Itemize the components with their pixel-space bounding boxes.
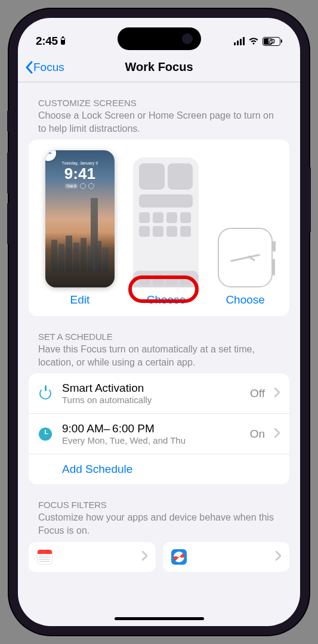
row-sub: Turns on automatically [62,395,240,405]
chevron-right-icon [142,551,147,563]
clock-icon [39,428,52,441]
chevron-right-icon [274,428,280,440]
customize-desc: Choose a Lock Screen or Home Screen page… [29,108,289,140]
watch-option: Choose [218,228,273,306]
customize-section: Customize Screens Choose a Lock Screen o… [29,98,289,316]
row-value: On [250,428,265,441]
customize-header: Customize Screens [29,98,289,108]
filters-header: Focus Filters [29,500,289,510]
safari-icon [171,549,187,565]
safari-filter-card[interactable] [163,542,290,572]
status-time: 2:45 [36,35,65,48]
lock-time: 9:41 [45,166,115,181]
row-sub: Every Mon, Tue, Wed, and Thu [62,435,240,445]
screen: 2:45 50 Focus Work Focus [18,18,300,626]
screens-card: − Tuesday, January 9 9:41 Tue 3 E [29,140,289,316]
side-button-silence [7,110,10,132]
side-button-power [308,167,311,233]
lock-screen-preview[interactable]: − Tuesday, January 9 9:41 Tue 3 [45,150,115,287]
schedule-card: Smart Activation Turns on automatically … [29,373,289,484]
schedule-header: Set a Schedule [29,332,289,342]
content-scroll[interactable]: Customize Screens Choose a Lock Screen o… [18,82,300,626]
filters-desc: Customize how your apps and device behav… [29,510,289,541]
add-schedule-row[interactable]: Add Schedule [29,454,289,484]
calendar-filter-card[interactable] [29,542,156,572]
lock-date: Tuesday, January 9 [45,161,115,165]
schedule-desc: Have this Focus turn on automatically at… [29,342,289,373]
back-button[interactable]: Focus [25,61,64,74]
signal-icon [234,37,245,45]
choose-watch-button[interactable]: Choose [226,293,265,306]
home-screen-preview[interactable] [133,157,199,287]
edit-lock-screen-button[interactable]: Edit [70,293,89,306]
side-button-volume-up [7,152,10,194]
battery-icon: 50 [263,37,282,46]
calendar-icon [37,549,53,565]
chevron-right-icon [274,388,280,400]
schedule-section: Set a Schedule Have this Focus turn on a… [29,332,289,484]
home-screen-option: Choose [133,157,199,306]
status-right: 50 [234,37,283,46]
power-icon [39,388,51,400]
wifi-icon [248,37,259,45]
side-button-volume-down [7,203,10,244]
nav-bar: Focus Work Focus [18,52,300,82]
smart-activation-row[interactable]: Smart Activation Turns on automatically … [29,373,289,414]
chevron-right-icon [276,551,281,563]
home-indicator[interactable] [115,617,204,620]
page-title: Work Focus [125,60,193,74]
row-title: 9:00 AM– 6:00 PM [62,422,240,435]
time-schedule-row[interactable]: 9:00 AM– 6:00 PM Every Mon, Tue, Wed, an… [29,414,289,454]
watch-preview[interactable] [218,228,273,287]
lock-screen-option: − Tuesday, January 9 9:41 Tue 3 E [45,150,115,306]
choose-home-screen-button[interactable]: Choose [147,293,186,306]
lock-widgets: Tue 3 [45,183,115,189]
row-title: Smart Activation [62,382,240,395]
filters-section: Focus Filters Customize how your apps an… [29,500,289,578]
row-value: Off [250,387,265,400]
add-schedule-label: Add Schedule [62,463,280,476]
dynamic-island [118,27,201,50]
chevron-left-icon [25,61,33,74]
battery-small-icon [61,38,65,45]
phone-frame: 2:45 50 Focus Work Focus [9,9,309,635]
back-label: Focus [33,61,64,74]
